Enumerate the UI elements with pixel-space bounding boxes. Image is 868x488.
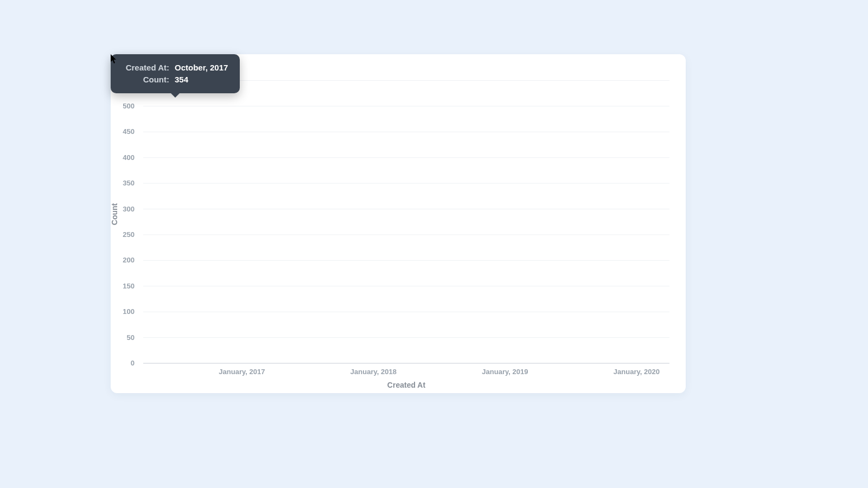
chart-card: 050100150200250300350400450500550January… bbox=[111, 54, 686, 393]
svg-text:January, 2017: January, 2017 bbox=[219, 368, 265, 376]
svg-text:150: 150 bbox=[123, 282, 135, 290]
chart-plot[interactable]: 050100150200250300350400450500550January… bbox=[138, 62, 675, 363]
svg-text:350: 350 bbox=[123, 179, 135, 187]
svg-text:January, 2020: January, 2020 bbox=[614, 368, 660, 376]
svg-text:250: 250 bbox=[123, 230, 135, 239]
svg-text:200: 200 bbox=[123, 256, 135, 264]
tooltip-value-count: 354 bbox=[175, 74, 188, 86]
svg-text:450: 450 bbox=[123, 127, 135, 136]
svg-text:January, 2018: January, 2018 bbox=[350, 368, 397, 376]
svg-text:300: 300 bbox=[123, 205, 135, 213]
chart-tooltip: Created At: October, 2017 Count: 354 bbox=[111, 54, 240, 93]
tooltip-key-created-at: Created At: bbox=[123, 62, 169, 74]
tooltip-key-count: Count: bbox=[123, 74, 169, 86]
svg-text:500: 500 bbox=[123, 102, 135, 110]
svg-text:January, 2019: January, 2019 bbox=[482, 368, 528, 376]
svg-text:Count: Count bbox=[110, 203, 119, 225]
svg-text:50: 50 bbox=[127, 333, 135, 342]
line-chart-svg[interactable]: 050100150200250300350400450500550January… bbox=[138, 62, 675, 363]
tooltip-value-created-at: October, 2017 bbox=[175, 62, 228, 74]
tooltip-arrow-icon bbox=[171, 93, 180, 98]
svg-text:100: 100 bbox=[123, 307, 135, 316]
svg-text:0: 0 bbox=[131, 359, 135, 367]
svg-text:400: 400 bbox=[123, 153, 135, 162]
svg-text:Created At: Created At bbox=[387, 381, 426, 389]
